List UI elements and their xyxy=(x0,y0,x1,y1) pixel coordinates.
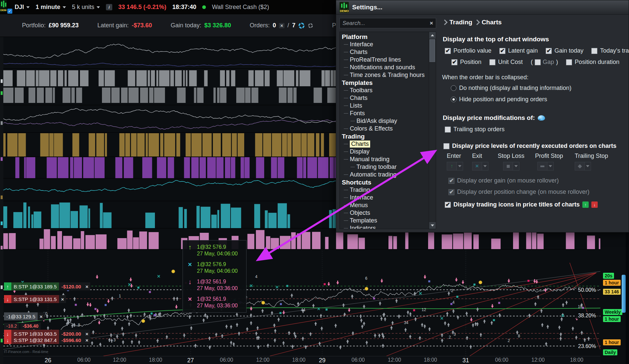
settings-tree-item[interactable]: Trading xyxy=(342,186,429,194)
settings-tree-item[interactable]: Charts xyxy=(342,48,429,56)
timeframe-badge[interactable]: 20s xyxy=(603,273,614,279)
position-duration-checkbox[interactable] xyxy=(566,59,572,65)
settings-tree-item[interactable]: Trading toolbar xyxy=(342,163,429,171)
unit-cost-checkbox[interactable] xyxy=(489,59,495,65)
left-mini-toolbar[interactable] xyxy=(0,37,3,364)
symbol-selector[interactable]: DJI xyxy=(15,4,30,11)
indicator-panel-2[interactable] xyxy=(3,69,336,105)
settings-tree-item[interactable]: ProRealTrend lines xyxy=(342,56,429,64)
settings-tree-item[interactable]: Time zones & Trading hours xyxy=(342,71,429,79)
settings-tree-item[interactable]: Toolbars xyxy=(342,87,429,94)
close-icon[interactable]: × xyxy=(59,295,66,303)
enter-marker-dropdown[interactable]: ↑ xyxy=(447,162,463,171)
gain-today-checkbox[interactable] xyxy=(546,48,552,54)
units-selector[interactable]: 5 k units xyxy=(72,4,100,11)
trade-label-text: S:STP 1@32 847.4 xyxy=(11,336,59,344)
position-checkbox[interactable] xyxy=(451,59,457,65)
trade-level-label[interactable]: -1@33 129.5× xyxy=(4,312,45,320)
tree-branch-line xyxy=(350,121,355,121)
gear-icon[interactable] xyxy=(299,23,305,29)
panel-tab-icon[interactable] xyxy=(1,221,3,225)
panel-tab-icon[interactable] xyxy=(1,285,3,289)
settings-tree-item[interactable]: Templates xyxy=(342,217,429,224)
settings-tree-item[interactable]: Colors & Effects xyxy=(342,125,429,133)
indicator-panel-6[interactable] xyxy=(3,179,336,201)
settings-tree-item[interactable]: Platform xyxy=(342,33,429,41)
stop-loss-marker-dropdown[interactable] xyxy=(503,162,519,171)
settings-tree-item[interactable]: Shortcuts xyxy=(342,179,429,186)
panel-tab-icon[interactable] xyxy=(1,91,3,95)
trade-level-label[interactable]: ↓S:STP 1@32 847.4-$596.60× xyxy=(4,336,90,344)
settings-tree-item[interactable]: Display xyxy=(342,148,429,156)
close-icon[interactable]: × xyxy=(83,282,90,290)
timeframe-selector[interactable]: 1 minute xyxy=(36,4,66,11)
do-nothing-radio[interactable] xyxy=(451,85,456,91)
indicator-panel-1[interactable] xyxy=(3,37,336,69)
tree-scrollbar-thumb[interactable] xyxy=(429,39,435,62)
indicator-panel-4[interactable] xyxy=(3,133,336,157)
trade-level-label[interactable]: -18.2-$36.40 xyxy=(4,323,42,329)
settings-tree-item[interactable]: Bid/Ask display xyxy=(342,117,429,125)
settings-tree-item[interactable]: Interface xyxy=(342,41,429,48)
today-s-trades-checkbox[interactable] xyxy=(591,48,597,54)
hide-position-radio[interactable] xyxy=(451,97,456,102)
price-levels-checkbox[interactable] xyxy=(443,143,449,149)
settings-search-input[interactable] xyxy=(340,20,427,27)
tree-scrollbar[interactable] xyxy=(429,32,436,229)
close-icon[interactable]: × xyxy=(83,336,90,344)
panel-tab-icon[interactable] xyxy=(1,79,3,83)
settings-tree-item[interactable]: Lists xyxy=(342,102,429,110)
close-icon[interactable]: × xyxy=(38,312,45,320)
timeframe-badge[interactable]: 1 hour xyxy=(603,339,621,345)
timeframe-badge[interactable]: Daily xyxy=(603,349,617,355)
vertical-scrollbar[interactable] xyxy=(622,275,626,313)
latent-gain-checkbox[interactable] xyxy=(499,48,505,54)
main-price-chart[interactable]: 122334468810101234442 xyxy=(3,249,600,356)
tree-item-label: Shortcuts xyxy=(342,179,371,186)
settings-tree-item[interactable]: Menus xyxy=(342,201,429,209)
gear-icon-secondary[interactable] xyxy=(308,23,313,28)
trailing-stop-checkbox[interactable] xyxy=(445,127,451,133)
settings-tree-item[interactable]: Objects xyxy=(342,209,429,217)
trailing-stop-marker-dropdown[interactable] xyxy=(575,162,591,171)
scroll-down-icon[interactable] xyxy=(429,222,436,229)
indicator-panel-3[interactable] xyxy=(3,106,336,133)
trade-level-label[interactable]: ↓S:STP 1@33 131.5× xyxy=(4,295,66,303)
settings-tree-item[interactable]: Templates xyxy=(342,79,429,87)
settings-tree-item[interactable]: Fonts xyxy=(342,110,429,117)
timeframe-badge[interactable]: 33 146 xyxy=(603,289,621,295)
trade-level-label[interactable]: ↑B:STP 1@33 189.5-$120.00× xyxy=(4,282,90,290)
panel-tab-icon[interactable] xyxy=(1,339,3,342)
portfolio-value-checkbox[interactable] xyxy=(445,48,451,54)
settings-tree-item[interactable]: Automatic trading xyxy=(342,171,429,179)
indicator-panel-7[interactable] xyxy=(3,202,336,228)
time-axis[interactable]: 2606:0012:0018:002706:0012:0018:002906:0… xyxy=(3,356,600,364)
settings-tree-item[interactable]: Trading xyxy=(342,133,429,140)
indicator-panel-5[interactable] xyxy=(3,157,336,179)
cancel-orders-icon[interactable]: × xyxy=(279,23,284,28)
order-gain-checkbox[interactable] xyxy=(448,178,454,184)
timeframe-badge[interactable]: Weekly xyxy=(603,309,622,315)
settings-tree-item[interactable]: Charts xyxy=(342,140,429,148)
settings-dialog-header[interactable]: DEMO Settings... xyxy=(336,0,629,15)
settings-tree-item[interactable]: Indicators xyxy=(342,224,429,229)
timeframe-badge[interactable]: 1 hour xyxy=(603,280,621,286)
panel-tab-icon[interactable] xyxy=(1,246,3,249)
trading-icons-checkbox[interactable] xyxy=(445,202,451,208)
exit-marker-dropdown[interactable]: × xyxy=(472,162,488,171)
order-position-checkbox[interactable] xyxy=(448,189,454,195)
settings-tree-item[interactable]: Interface xyxy=(342,194,429,201)
panel-tab-icon[interactable] xyxy=(1,121,3,125)
clear-search-icon[interactable]: × xyxy=(427,20,436,27)
timeframe-badge[interactable]: 1 hour xyxy=(603,316,621,322)
scroll-up-icon[interactable] xyxy=(429,32,436,39)
gap-checkbox[interactable] xyxy=(535,59,541,65)
settings-tree-item[interactable]: Charts xyxy=(342,94,429,102)
panel-tab-icon[interactable] xyxy=(1,157,3,161)
profit-stop-marker-dropdown[interactable] xyxy=(537,162,554,171)
axis-label: 18:00 xyxy=(149,357,162,363)
info-icon[interactable]: i xyxy=(106,4,112,10)
settings-tree-item[interactable]: Manual trading xyxy=(342,156,429,163)
panel-tab-icon[interactable] xyxy=(1,195,3,199)
settings-tree-item[interactable]: Notifications and sounds xyxy=(342,64,429,71)
